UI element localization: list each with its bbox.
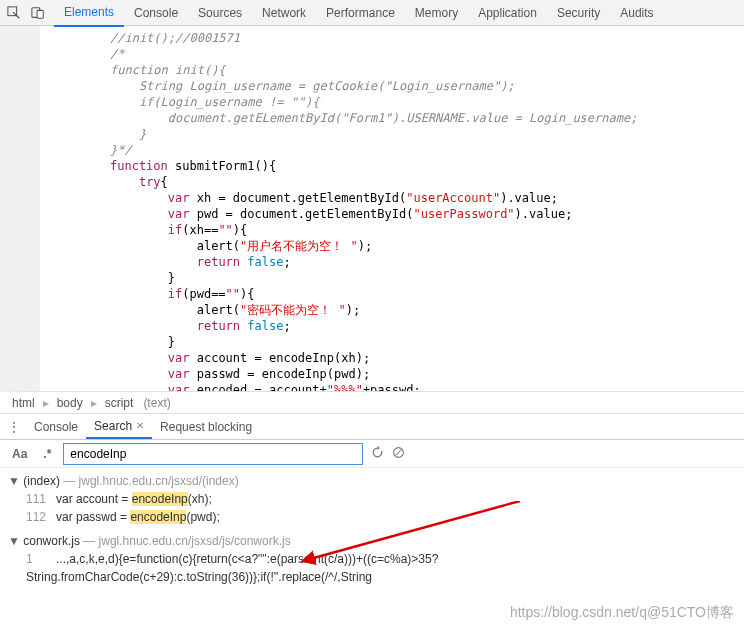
tab-sources[interactable]: Sources [188,0,252,26]
dom-breadcrumbs: html ▸ body ▸ script (text) [0,392,744,414]
source-code-view: //init();//0001571/*function init(){ Str… [0,26,744,392]
inspect-icon[interactable] [6,5,22,21]
drawer-menu-icon[interactable]: ⋮ [6,419,22,435]
drawer-tab-search[interactable]: Search✕ [86,415,152,439]
tab-elements[interactable]: Elements [54,0,124,27]
search-input[interactable] [63,443,363,465]
breadcrumb-suffix: (text) [143,396,170,410]
panel-tabs: ElementsConsoleSourcesNetworkPerformance… [54,0,664,27]
drawer-tab-console[interactable]: Console [26,415,86,439]
svg-rect-2 [37,10,43,18]
devtools-toolbar: ElementsConsoleSourcesNetworkPerformance… [0,0,744,26]
result-line[interactable]: 112var passwd = encodeInp(pwd); [8,508,736,526]
tab-audits[interactable]: Audits [610,0,663,26]
tab-console[interactable]: Console [124,0,188,26]
search-bar: Aa .* [0,440,744,468]
refresh-icon[interactable] [371,446,384,462]
drawer-tab-request-blocking[interactable]: Request blocking [152,415,260,439]
result-file[interactable]: ▼ conwork.js — jwgl.hnuc.edu.cn/jsxsd/js… [8,532,736,550]
tab-performance[interactable]: Performance [316,0,405,26]
close-icon[interactable]: ✕ [136,420,144,431]
watermark-text: https://blog.csdn.net/q@51CTO博客 [510,604,734,622]
breadcrumb-body[interactable]: body [53,394,87,412]
clear-icon[interactable] [392,446,405,462]
tab-application[interactable]: Application [468,0,547,26]
result-line[interactable]: 111var account = encodeInp(xh); [8,490,736,508]
breadcrumb-html[interactable]: html [8,394,39,412]
tab-memory[interactable]: Memory [405,0,468,26]
search-results: ▼ (index) — jwgl.hnuc.edu.cn/jsxsd/(inde… [0,468,744,596]
result-line[interactable]: 1...,a,c,k,e,d){e=function(c){return(c<a… [8,550,736,586]
tab-network[interactable]: Network [252,0,316,26]
match-case-toggle[interactable]: Aa [8,445,31,463]
device-toggle-icon[interactable] [30,5,46,21]
drawer-tabs: ⋮ ConsoleSearch✕Request blocking [0,414,744,440]
tab-security[interactable]: Security [547,0,610,26]
result-file[interactable]: ▼ (index) — jwgl.hnuc.edu.cn/jsxsd/(inde… [8,472,736,490]
breadcrumb-script[interactable]: script [101,394,138,412]
regex-toggle[interactable]: .* [39,445,55,463]
